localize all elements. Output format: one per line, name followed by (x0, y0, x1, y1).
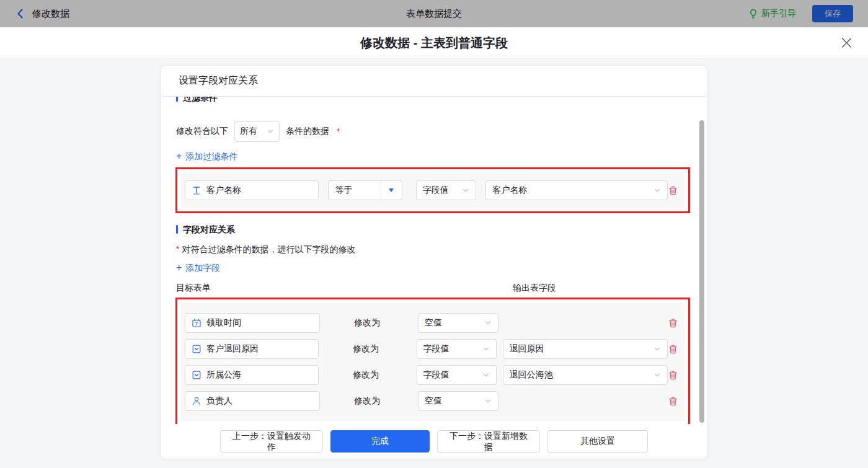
filter-match-row: 修改符合以下 所有 条件的数据 * (176, 121, 691, 142)
topbar: 修改数据 表单数据提交 新手引导 保存 (0, 0, 868, 27)
target-field-input[interactable]: 所属公海 (185, 365, 319, 385)
select-field-icon (192, 370, 202, 380)
mapping-row: 7 领取时间 修改为 空值 (185, 313, 681, 333)
output-field-select[interactable]: 退回公海池 (503, 365, 668, 385)
other-settings-button[interactable]: 其他设置 (547, 430, 648, 453)
modal-title: 修改数据 - 主表到普通字段 (360, 35, 508, 51)
delete-field-icon[interactable] (668, 318, 678, 329)
close-icon[interactable] (841, 38, 852, 48)
match-type-select[interactable]: 所有 (234, 121, 280, 142)
col-output-label: 输出表字段 (513, 281, 556, 294)
target-field-input[interactable]: 客户退回原因 (185, 339, 319, 359)
filter-row: 客户名称 等于 字段值 客户名称 (185, 180, 681, 200)
mapping-section-title: 字段对应关系 (176, 223, 691, 236)
prev-step-button[interactable]: 上一步：设置触发动作 (220, 430, 323, 453)
person-icon (192, 396, 202, 406)
chevron-down-icon (267, 128, 274, 135)
mapping-column-headers: 目标表单 输出表字段 (176, 281, 691, 294)
modal-body: 设置字段对应关系 过滤条件 修改符合以下 所有 条件的数据 * + 添加过滤条件 (0, 59, 868, 468)
chevron-down-icon (484, 397, 492, 405)
caret-down-icon (389, 188, 394, 192)
settings-panel: 设置字段对应关系 过滤条件 修改符合以下 所有 条件的数据 * + 添加过滤条件 (161, 65, 707, 459)
required-mark: * (337, 126, 340, 136)
panel-content: 过滤条件 修改符合以下 所有 条件的数据 * + 添加过滤条件 (161, 97, 707, 424)
mapping-highlight-box: 7 领取时间 修改为 空值 (175, 298, 690, 424)
chevron-down-icon (653, 371, 661, 379)
filter-valuetype-select[interactable]: 字段值 (416, 180, 476, 200)
text-field-icon (192, 185, 202, 195)
next-step-button[interactable]: 下一步：设置新增数据 (437, 430, 540, 453)
filter-field-input[interactable]: 客户名称 (185, 180, 319, 200)
guide-link[interactable]: 新手引导 (748, 8, 796, 19)
mapping-description: *对符合过滤条件的数据，进行以下字段的修改 (176, 243, 691, 255)
panel-title: 设置字段对应关系 (161, 66, 707, 97)
filter-value-select[interactable]: 客户名称 (485, 180, 668, 200)
output-field-select[interactable]: 退回原因 (503, 339, 668, 359)
filter-section-title: 过滤条件 (176, 97, 691, 104)
chevron-down-icon (653, 187, 661, 194)
delete-filter-icon[interactable] (668, 185, 678, 196)
modify-mode-select[interactable]: 空值 (418, 313, 498, 333)
plus-icon: + (176, 151, 182, 161)
select-field-icon (192, 344, 202, 354)
plus-icon: + (176, 263, 182, 273)
bulb-icon (748, 9, 758, 19)
target-field-input[interactable]: 负责人 (185, 391, 320, 411)
filter-highlight-box: 客户名称 等于 字段值 客户名称 (175, 167, 690, 213)
guide-label: 新手引导 (761, 8, 796, 19)
modify-mode-select[interactable]: 空值 (418, 391, 498, 411)
delete-field-icon[interactable] (668, 370, 678, 381)
mapping-row: 客户退回原因 修改为 字段值 退回原因 (185, 339, 681, 359)
add-field-link[interactable]: + 添加字段 (176, 262, 691, 274)
chevron-down-icon (482, 371, 490, 379)
modal-header: 修改数据 - 主表到普通字段 (0, 27, 868, 59)
operator-caret[interactable] (381, 181, 402, 200)
chevron-down-icon (482, 345, 490, 353)
chevron-down-icon (653, 345, 661, 353)
col-target-label: 目标表单 (176, 281, 211, 294)
done-button[interactable]: 完成 (330, 430, 430, 453)
mapping-row: 负责人 修改为 空值 (185, 391, 681, 411)
delete-field-icon[interactable] (668, 396, 678, 407)
svg-text:7: 7 (195, 322, 198, 326)
calendar-icon: 7 (192, 318, 202, 328)
match-suffix: 条件的数据 (286, 126, 329, 137)
delete-field-icon[interactable] (668, 344, 678, 355)
match-prefix: 修改符合以下 (176, 126, 228, 137)
modify-mode-select[interactable]: 字段值 (417, 339, 497, 359)
save-button[interactable]: 保存 (812, 5, 853, 22)
target-field-input[interactable]: 7 领取时间 (185, 313, 320, 333)
modify-mode-select[interactable]: 字段值 (417, 365, 497, 385)
scrollbar-thumb[interactable] (699, 120, 704, 423)
filter-operator-select[interactable]: 等于 (328, 180, 402, 200)
section-bar (176, 225, 178, 234)
panel-footer: 上一步：设置触发动作 完成 下一步：设置新增数据 其他设置 (161, 424, 707, 459)
add-filter-link[interactable]: + 添加过滤条件 (176, 150, 691, 162)
chevron-down-icon (484, 319, 492, 327)
mapping-row: 所属公海 修改为 字段值 退回公海池 (185, 365, 681, 385)
section-bar (176, 97, 178, 102)
chevron-down-icon (462, 187, 469, 194)
topbar-title: 表单数据提交 (0, 8, 868, 20)
